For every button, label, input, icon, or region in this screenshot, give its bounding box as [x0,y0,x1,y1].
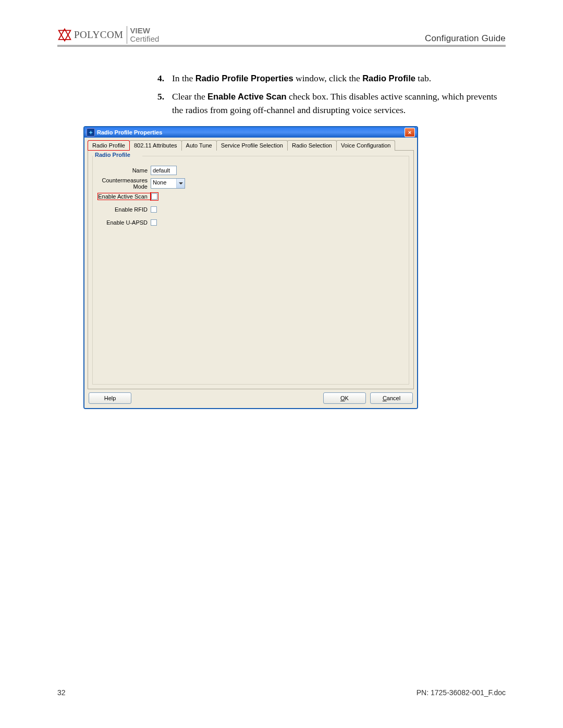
dialog-app-icon: ✦ [87,128,95,137]
name-input[interactable] [151,166,177,175]
help-button[interactable]: Help [89,392,131,404]
instruction-number: 5. [157,90,172,117]
polycom-logo-icon [57,28,72,42]
countermeasures-label: Countermeasures Mode [98,177,151,190]
enable-rfid-row: Enable RFID [98,204,403,215]
chevron-down-icon[interactable] [176,179,185,188]
page-footer: 32 PN: 1725-36082-001_F.doc [57,688,506,697]
enable-rfid-label: Enable RFID [98,206,151,213]
countermeasures-combo[interactable]: None [151,178,185,189]
tab-80211-attributes[interactable]: 802.11 Attributes [129,140,182,151]
countermeasures-value: None [151,179,176,188]
name-row: Name [98,165,403,176]
groupbox-label: Radio Profile [94,152,132,158]
instruction-item: 4. In the Radio Profile Properties windo… [157,72,506,85]
tab-auto-tune[interactable]: Auto Tune [181,140,217,151]
dialog-title: Radio Profile Properties [97,129,162,135]
brand-text: POLYCOM [74,29,124,41]
enable-uapsd-row: Enable U-APSD [98,217,403,228]
instruction-text: Clear the Enable Active Scan check box. … [172,90,506,117]
enable-active-scan-row: Enable Active Scan [98,191,403,202]
close-icon: × [408,130,411,135]
close-button[interactable]: × [405,128,415,137]
tab-service-profile-selection[interactable]: Service Profile Selection [216,140,288,151]
radio-profile-dialog: ✦ Radio Profile Properties × Radio Profi… [83,126,418,409]
guide-title: Configuration Guide [425,33,506,44]
name-label: Name [98,167,151,174]
tab-radio-selection[interactable]: Radio Selection [287,140,337,151]
instruction-item: 5. Clear the Enable Active Scan check bo… [157,90,506,117]
enable-uapsd-checkbox[interactable] [151,219,157,226]
dialog-titlebar[interactable]: ✦ Radio Profile Properties × [84,127,417,138]
ok-button[interactable]: OK [323,392,366,404]
tab-radio-profile[interactable]: Radio Profile [88,140,130,151]
logo-divider [127,26,127,44]
instruction-number: 4. [157,72,172,85]
tab-strip: Radio Profile 802.11 Attributes Auto Tun… [88,140,414,151]
tab-voice-configuration[interactable]: Voice Configuration [336,140,395,151]
countermeasures-row: Countermeasures Mode None [98,178,403,189]
doc-id: PN: 1725-36082-001_F.doc [417,688,506,697]
view-certified-label: VIEW Certified [130,27,160,43]
enable-uapsd-label: Enable U-APSD [98,219,151,226]
brand-logo: POLYCOM VIEW Certified [57,26,159,44]
instruction-list: 4. In the Radio Profile Properties windo… [157,72,506,117]
radio-profile-groupbox: Radio Profile Name Countermeasures Mode … [92,156,409,385]
enable-active-scan-checkbox[interactable] [151,193,157,200]
header-rule [57,45,506,47]
page-number: 32 [57,688,66,697]
enable-rfid-checkbox[interactable] [151,206,157,213]
instruction-text: In the Radio Profile Properties window, … [172,72,431,85]
cancel-button[interactable]: Cancel [370,392,413,404]
enable-active-scan-label: Enable Active Scan [98,193,151,200]
tab-panel: Radio Profile Name Countermeasures Mode … [88,151,414,389]
dialog-button-row: Help OK Cancel [88,389,414,405]
